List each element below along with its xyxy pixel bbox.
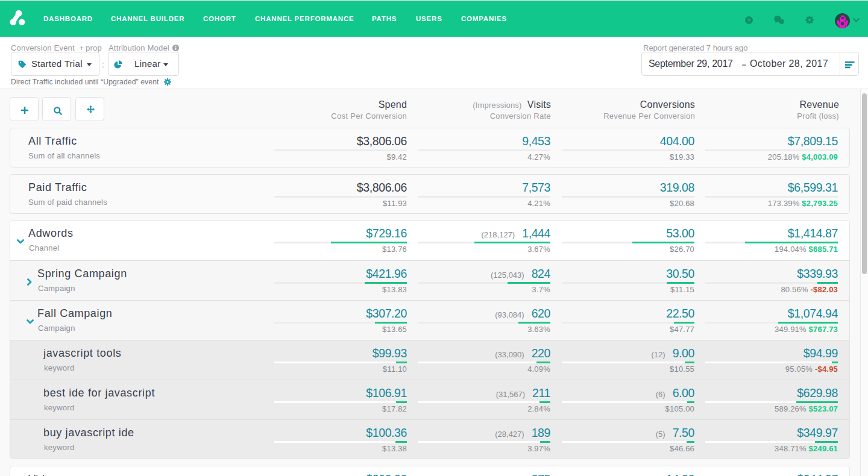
svg-text:?: ?	[747, 17, 751, 23]
